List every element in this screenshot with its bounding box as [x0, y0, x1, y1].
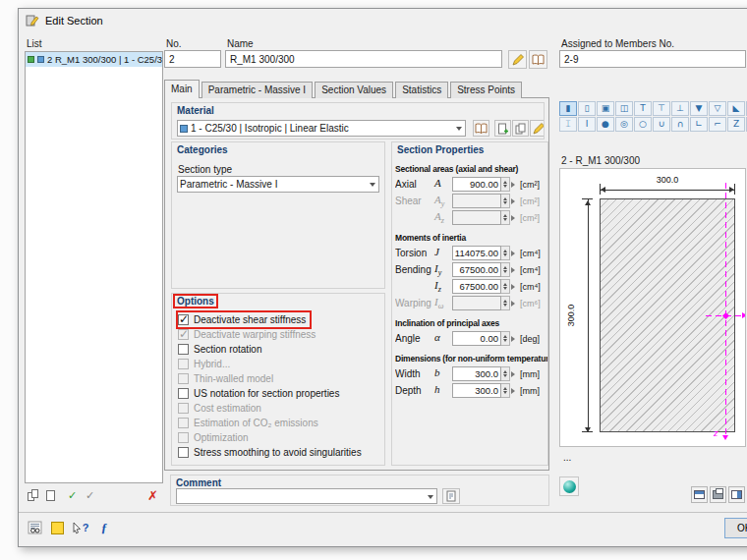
option-optimization[interactable]: Optimization [178, 430, 253, 445]
tab-stress-points[interactable]: Stress Points [450, 82, 522, 98]
print-preview-button[interactable] [710, 486, 726, 503]
row-depth: Depth h 300.0 [mm] [395, 382, 546, 399]
unit-expand-button[interactable] [510, 194, 519, 208]
select-all-button[interactable]: ✓ [64, 486, 81, 504]
rectangle-section-icon[interactable]: ▮ [559, 101, 577, 116]
spinner-control[interactable] [501, 331, 510, 346]
material-library-button[interactable] [473, 120, 489, 137]
option-stress-smoothing[interactable]: Stress smoothing to avoid singularities [178, 445, 366, 460]
delete-section-button[interactable]: ✗ [144, 486, 161, 504]
tab-parametric[interactable]: Parametric - Massive I [201, 82, 313, 98]
tab-statistics[interactable]: Statistics [395, 82, 448, 98]
unit-expand-button[interactable] [510, 246, 519, 260]
box-section-icon[interactable]: ▣ [597, 101, 614, 116]
triangle-section-icon[interactable]: ▽ [709, 101, 726, 116]
ring-section-icon[interactable]: ◎ [615, 117, 633, 132]
display-properties-button[interactable] [559, 476, 579, 496]
section-preview[interactable]: 300.0 300.0 z [559, 168, 746, 447]
principal-angle-input[interactable]: 0.00 [452, 331, 501, 346]
width-input[interactable]: 300.0 [452, 366, 501, 381]
spinner-control[interactable] [501, 194, 510, 208]
l-section-icon[interactable]: ∟ [690, 117, 708, 132]
option-deactivate-shear-stiffness[interactable]: Deactivate shear stiffness [178, 312, 310, 327]
dialog-titlebar[interactable]: Edit Section [19, 9, 747, 32]
z-section-icon[interactable]: Z [727, 117, 745, 132]
unit-expand-button[interactable] [510, 383, 519, 398]
depth-input[interactable]: 300.0 [452, 383, 501, 398]
option-co2-estimation[interactable]: Estimation of CO₂ emissions [178, 416, 322, 430]
spinner-control[interactable] [501, 366, 510, 381]
material-new-button[interactable] [494, 120, 511, 137]
new-section-button[interactable] [42, 486, 59, 504]
channel-section-icon[interactable]: ◫ [615, 101, 633, 116]
unit-expand-button[interactable] [510, 296, 519, 310]
unit-expand-button[interactable] [510, 262, 519, 277]
unit-expand-button[interactable] [510, 177, 519, 192]
option-deactivate-warping-stiffness[interactable]: Deactivate warping stiffness [178, 327, 319, 342]
unit-expand-button[interactable] [510, 279, 519, 294]
manual-button[interactable] [25, 518, 44, 537]
shear-area-z-input[interactable] [452, 210, 501, 225]
spinner-control[interactable] [501, 210, 510, 225]
assigned-members-field[interactable]: 2-9 [559, 50, 746, 68]
tee-wide-section-icon[interactable]: ⊤ [653, 101, 670, 116]
units-button[interactable] [47, 518, 67, 537]
ellipse-section-icon[interactable]: ○ [634, 117, 652, 132]
section-type-select[interactable]: Parametric - Massive I [177, 176, 379, 193]
torsion-inertia-input[interactable]: 114075.00 [452, 246, 501, 260]
unit-expand-button[interactable] [510, 331, 519, 346]
spinner-control[interactable] [501, 279, 510, 294]
i-unsymmetric-section-icon[interactable]: I [578, 117, 596, 132]
context-help-button[interactable]: ? [71, 518, 90, 537]
bending-inertia-y-input[interactable]: 67500.00 [452, 262, 501, 277]
list-item-selected[interactable]: 2 R_M1 300/300 | 1 - C25/30 [26, 52, 162, 67]
rename-button[interactable] [508, 50, 527, 69]
material-copy-button[interactable] [512, 120, 529, 137]
spinner-control[interactable] [501, 296, 510, 310]
unit-expand-button[interactable] [510, 366, 519, 381]
tee-section-icon[interactable]: T [634, 101, 652, 116]
row-bending-iz: Iz 67500.00 [cm⁴] [395, 278, 546, 295]
checkbox-icon [178, 447, 189, 458]
copy-section-button[interactable] [25, 486, 41, 504]
preview-window-button[interactable] [691, 486, 708, 503]
section-list[interactable]: 2 R_M1 300/300 | 1 - C25/30 [25, 51, 163, 483]
wedge-section-icon[interactable]: ▼ [690, 101, 708, 116]
inverted-tee-section-icon[interactable]: ⊥ [671, 101, 689, 116]
option-hybrid[interactable]: Hybrid... [178, 357, 234, 371]
copy-view-button[interactable] [728, 486, 745, 503]
bending-inertia-z-input[interactable]: 67500.00 [452, 279, 501, 294]
circle-section-icon[interactable]: ● [597, 117, 614, 132]
comment-select[interactable] [176, 488, 437, 504]
warping-inertia-input[interactable] [452, 296, 501, 310]
material-edit-button[interactable] [530, 120, 545, 137]
spinner-control[interactable] [501, 246, 510, 260]
l-mirrored-section-icon[interactable]: ⌐ [709, 117, 726, 132]
name-field[interactable]: R_M1 300/300 [225, 50, 502, 68]
option-thin-walled-model[interactable]: Thin-walled model [178, 371, 277, 386]
u-inverted-section-icon[interactable]: ∩ [671, 117, 689, 132]
axial-area-input[interactable]: 900.00 [452, 177, 501, 192]
option-cost-estimation[interactable]: Cost estimation [178, 401, 265, 416]
ok-button[interactable]: OK [724, 518, 747, 538]
material-select[interactable]: 1 - C25/30 | Isotropic | Linear Elastic [177, 120, 466, 137]
tab-main[interactable]: Main [164, 80, 200, 98]
no-field[interactable]: 2 [164, 50, 221, 68]
rectangle-hollow-section-icon[interactable]: ▯ [578, 101, 596, 116]
shear-area-y-input[interactable] [452, 194, 501, 208]
option-section-rotation[interactable]: Section rotation [178, 342, 266, 357]
spinner-control[interactable] [501, 262, 510, 277]
preview-more-label[interactable]: ... [563, 452, 571, 463]
spinner-control[interactable] [501, 383, 510, 398]
unit-expand-button[interactable] [510, 210, 519, 225]
angle-section-icon[interactable]: ◣ [727, 101, 745, 116]
spinner-control[interactable] [501, 177, 510, 192]
option-us-notation[interactable]: US notation for section properties [178, 386, 343, 401]
formula-info-button[interactable]: ƒ [94, 518, 114, 537]
u-section-icon[interactable]: ∪ [653, 117, 670, 132]
deselect-all-button[interactable]: ✓ [82, 486, 98, 504]
tab-section-values[interactable]: Section Values [315, 82, 393, 98]
section-library-button[interactable] [529, 50, 547, 69]
comment-template-button[interactable] [442, 488, 460, 504]
i-beam-section-icon[interactable]: ⌶ [559, 117, 577, 132]
